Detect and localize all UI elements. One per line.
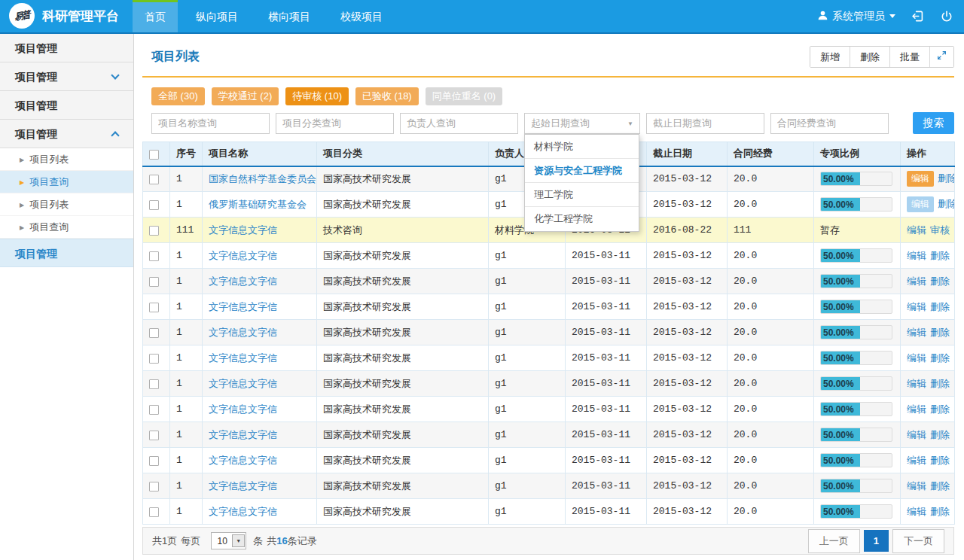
action-delete-link[interactable]: 删除: [930, 352, 950, 364]
action-edit-link[interactable]: 编辑: [907, 480, 926, 492]
project-name-link[interactable]: 文字信息文字信: [209, 301, 277, 312]
user-menu[interactable]: 系统管理员: [817, 10, 895, 23]
project-category-search-input[interactable]: [276, 113, 394, 134]
action-delete-link[interactable]: 删除: [930, 506, 950, 517]
project-name-link[interactable]: 文字信息文字信: [209, 224, 277, 236]
action-edit-link[interactable]: 编辑: [907, 378, 926, 389]
per-page-select[interactable]: 10 ▼: [211, 532, 246, 549]
nav-tab[interactable]: 纵向项目: [184, 0, 250, 32]
dropdown-option[interactable]: 材料学院: [525, 135, 639, 159]
row-checkbox[interactable]: [149, 456, 159, 466]
project-name-link[interactable]: 国家自然科学基金委员会: [209, 173, 316, 184]
action-edit-link[interactable]: 编辑: [907, 429, 926, 440]
sidebar-item[interactable]: ▶项目列表: [0, 148, 133, 171]
action-edit-link[interactable]: 编辑: [907, 327, 926, 338]
row-checkbox[interactable]: [149, 200, 159, 210]
row-checkbox[interactable]: [149, 482, 159, 492]
row-checkbox[interactable]: [149, 277, 159, 287]
row-checkbox[interactable]: [149, 328, 159, 338]
action-edit-link[interactable]: 编辑: [907, 455, 926, 466]
project-name-link[interactable]: 文字信息文字信: [209, 327, 277, 338]
cell-category: 国家高技术研究发展: [317, 448, 489, 473]
sidebar-item[interactable]: ▶项目列表: [0, 193, 133, 216]
action-edit-link[interactable]: 编辑: [907, 224, 926, 236]
row-checkbox[interactable]: [149, 354, 159, 364]
action-edit-link[interactable]: 编辑: [907, 250, 926, 261]
sidebar-group-header[interactable]: 项目管理: [0, 91, 133, 120]
add-button[interactable]: 新增: [810, 47, 850, 67]
filter-badge[interactable]: 全部 (30): [151, 87, 205, 105]
row-checkbox[interactable]: [149, 431, 159, 440]
action-review-link[interactable]: 审核: [930, 224, 950, 236]
action-delete-link[interactable]: 删除: [930, 378, 950, 389]
logout-icon[interactable]: [911, 9, 925, 23]
project-name-link[interactable]: 文字信息文字信: [209, 506, 277, 517]
project-name-link[interactable]: 文字信息文字信: [209, 250, 277, 261]
row-checkbox-cell: [143, 345, 170, 371]
row-checkbox[interactable]: [149, 379, 159, 389]
project-name-link[interactable]: 俄罗斯基础研究基金会: [209, 199, 307, 210]
sidebar-group-header[interactable]: 项目管理: [0, 34, 133, 62]
action-delete-link[interactable]: 删除: [930, 301, 950, 312]
filter-badge[interactable]: 学校通过 (2): [212, 87, 279, 105]
action-edit-link[interactable]: 编辑: [907, 275, 926, 287]
power-icon[interactable]: [940, 10, 953, 23]
row-checkbox[interactable]: [149, 251, 159, 261]
project-name-link[interactable]: 文字信息文字信: [209, 455, 277, 466]
project-name-link[interactable]: 文字信息文字信: [209, 403, 277, 415]
action-delete-link[interactable]: 删除: [930, 327, 950, 338]
nav-tab[interactable]: 横向项目: [256, 0, 322, 32]
nav-tab[interactable]: 校级项目: [328, 0, 395, 32]
start-date-search-select[interactable]: 起始日期查询▼: [524, 113, 640, 134]
action-edit-link[interactable]: 编辑: [907, 403, 926, 415]
sidebar-item[interactable]: ▶项目查询: [0, 171, 133, 193]
current-page-button[interactable]: 1: [864, 530, 889, 552]
row-checkbox[interactable]: [149, 405, 159, 415]
expand-button[interactable]: [930, 47, 953, 67]
action-delete-link[interactable]: 删除: [938, 172, 955, 184]
action-delete-link[interactable]: 删除: [930, 275, 950, 287]
leader-search-input[interactable]: [400, 113, 518, 134]
nav-tab[interactable]: 首页: [133, 0, 178, 32]
action-delete-link[interactable]: 删除: [938, 198, 955, 209]
row-checkbox[interactable]: [149, 175, 159, 184]
search-button[interactable]: 搜索: [913, 112, 954, 134]
action-edit-link[interactable]: 编辑: [907, 506, 926, 517]
sidebar-group-header[interactable]: 项目管理: [0, 62, 133, 91]
filter-badge[interactable]: 已验收 (18): [355, 87, 419, 105]
sidebar-item[interactable]: ▶项目查询: [0, 216, 133, 239]
project-name-link[interactable]: 文字信息文字信: [209, 429, 277, 440]
action-delete-link[interactable]: 删除: [930, 403, 950, 415]
action-delete-link[interactable]: 删除: [930, 250, 950, 261]
project-name-search-input[interactable]: [151, 113, 270, 134]
action-edit-link[interactable]: 编辑: [907, 301, 926, 312]
project-name-link[interactable]: 文字信息文字信: [209, 378, 277, 389]
end-date-search-input[interactable]: [646, 113, 764, 134]
row-checkbox[interactable]: [149, 226, 159, 236]
action-edit-link[interactable]: 编辑: [907, 352, 926, 364]
action-edit-button[interactable]: 编辑: [907, 196, 934, 212]
prev-page-button[interactable]: 上一页: [808, 529, 860, 553]
contract-fund-search-input[interactable]: [770, 113, 889, 134]
action-delete-link[interactable]: 删除: [930, 429, 950, 440]
batch-button[interactable]: 批量: [890, 47, 930, 67]
row-checkbox[interactable]: [149, 507, 159, 517]
sidebar-group-header[interactable]: 项目管理: [0, 239, 133, 267]
filter-badge[interactable]: 待审核 (10): [285, 87, 349, 105]
action-delete-link[interactable]: 删除: [930, 480, 950, 492]
action-delete-link[interactable]: 删除: [930, 455, 950, 466]
project-name-link[interactable]: 文字信息文字信: [209, 352, 277, 364]
next-page-button[interactable]: 下一页: [892, 529, 944, 553]
dropdown-option[interactable]: 化学工程学院: [525, 207, 639, 231]
project-name-link[interactable]: 文字信息文字信: [209, 275, 277, 287]
row-checkbox[interactable]: [149, 303, 159, 312]
project-name-link[interactable]: 文字信息文字信: [209, 480, 277, 492]
dropdown-option[interactable]: 资源与安全工程学院: [525, 159, 639, 183]
filter-badge[interactable]: 同单位重名 (0): [426, 87, 503, 105]
select-all-checkbox[interactable]: [149, 150, 159, 160]
action-edit-button[interactable]: 编辑: [907, 171, 934, 187]
dropdown-option[interactable]: 理工学院: [525, 183, 639, 207]
sidebar-group-header[interactable]: 项目管理: [0, 120, 133, 148]
sidebar-item-label: 项目列表: [29, 199, 69, 210]
delete-button[interactable]: 删除: [850, 47, 890, 67]
